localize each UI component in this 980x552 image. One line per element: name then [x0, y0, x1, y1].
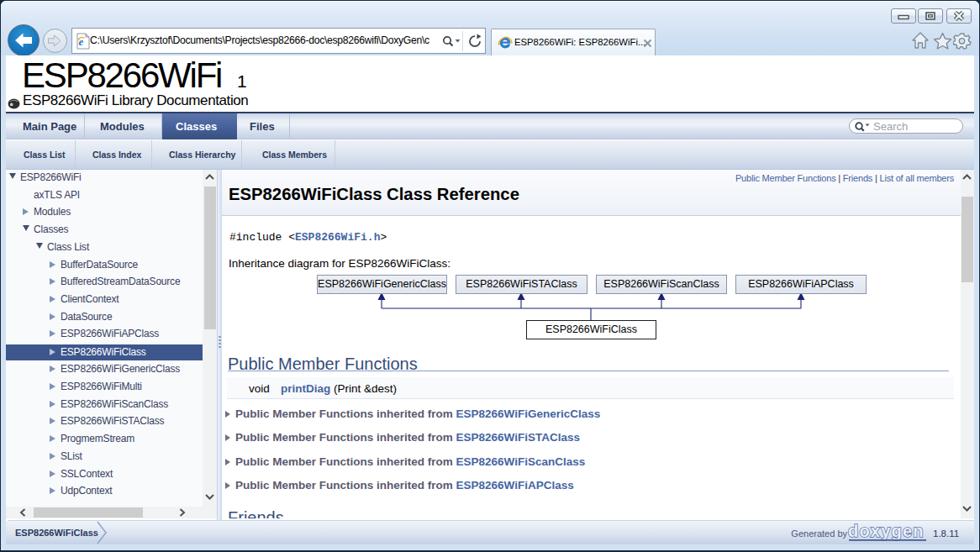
svg-text:doxygen: doxygen	[848, 523, 925, 540]
